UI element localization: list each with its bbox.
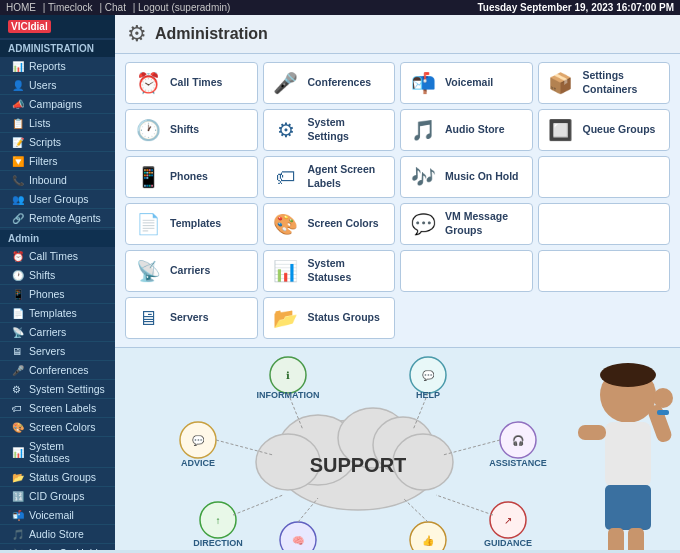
card-label: System Statuses [308, 257, 387, 284]
admin-card-settings-containers[interactable]: 📦Settings Containers [538, 62, 671, 104]
sidebar-header: VICIdial [0, 15, 115, 38]
svg-point-49 [653, 388, 673, 408]
admin-card-conferences[interactable]: 🎤Conferences [263, 62, 396, 104]
card-icon: 📬 [409, 71, 437, 95]
sidebar-admin-item-status-groups[interactable]: 📂Status Groups [0, 468, 115, 487]
sidebar-admin-item-system-settings[interactable]: ⚙System Settings [0, 380, 115, 399]
sidebar-admin-item-music-on-hold[interactable]: 🎶Music On Hold [0, 544, 115, 550]
sidebar-item-lists[interactable]: 📋Lists [0, 114, 115, 133]
admin-label: Shifts [29, 269, 55, 281]
svg-text:🧠: 🧠 [292, 534, 305, 547]
datetime-display: Tuesday September 19, 2023 16:07:00 PM [477, 2, 674, 13]
sidebar-admin-item-voicemail[interactable]: 📬Voicemail [0, 506, 115, 525]
sidebar-label: Users [29, 79, 56, 91]
card-icon: 🕐 [134, 118, 162, 142]
svg-point-40 [600, 363, 656, 387]
sidebar-item-user-groups[interactable]: 👥User Groups [0, 190, 115, 209]
sidebar-icon: 📊 [12, 61, 24, 72]
admin-card-audio-store[interactable]: 🎵Audio Store [400, 109, 533, 151]
admin-label: Audio Store [29, 528, 84, 540]
sidebar-admin-item-cid-groups[interactable]: 🔢CID Groups [0, 487, 115, 506]
card-icon: 📄 [134, 212, 162, 236]
card-icon: 🎶 [409, 165, 437, 189]
sidebar-admin-item-call-times[interactable]: ⏰Call Times [0, 247, 115, 266]
admin-card-grid: ⏰Call Times🎤Conferences📬Voicemail📦Settin… [115, 54, 680, 347]
sidebar-admin-item-conferences[interactable]: 🎤Conferences [0, 361, 115, 380]
sidebar-admin-item-servers[interactable]: 🖥Servers [0, 342, 115, 361]
sidebar-admin-item-phones[interactable]: 📱Phones [0, 285, 115, 304]
svg-line-38 [403, 498, 428, 522]
sidebar-label: Scripts [29, 136, 61, 148]
sidebar-item-reports[interactable]: 📊Reports [0, 57, 115, 76]
svg-text:ADVICE: ADVICE [180, 458, 214, 468]
admin-card-system-statuses[interactable]: 📊System Statuses [263, 250, 396, 292]
card-icon: 📦 [547, 71, 575, 95]
card-label: Settings Containers [583, 69, 662, 96]
admin-card-vm-message-groups[interactable]: 💬VM Message Groups [400, 203, 533, 245]
sidebar-admin-item-audio-store[interactable]: 🎵Audio Store [0, 525, 115, 544]
card-label: Screen Colors [308, 217, 379, 231]
admin-card-voicemail[interactable]: 📬Voicemail [400, 62, 533, 104]
sidebar-icon: 👥 [12, 194, 24, 205]
sidebar-admin-item-shifts[interactable]: 🕐Shifts [0, 266, 115, 285]
admin-card-music-on-hold[interactable]: 🎶Music On Hold [400, 156, 533, 198]
admin-card-carriers[interactable]: 📡Carriers [125, 250, 258, 292]
sidebar-icon: 👤 [12, 80, 24, 91]
admin-card-call-times[interactable]: ⏰Call Times [125, 62, 258, 104]
admin-label: System Statuses [29, 440, 107, 464]
sidebar-item-inbound[interactable]: 📞Inbound [0, 171, 115, 190]
admin-icon: 📄 [12, 308, 24, 319]
admin-header: ⚙ Administration [115, 15, 680, 54]
timeclock-link[interactable]: Timeclock [48, 2, 93, 13]
svg-line-36 [436, 495, 493, 515]
sidebar-item-scripts[interactable]: 📝Scripts [0, 133, 115, 152]
admin-card-screen-colors[interactable]: 🎨Screen Colors [263, 203, 396, 245]
svg-text:💬: 💬 [422, 369, 435, 382]
admin-icon: 📡 [12, 327, 24, 338]
admin-card-templates[interactable]: 📄Templates [125, 203, 258, 245]
sidebar-admin-section: Admin [0, 230, 115, 247]
admin-card-servers[interactable]: 🖥Servers [125, 297, 258, 339]
svg-text:ASSISTANCE: ASSISTANCE [489, 458, 546, 468]
home-link[interactable]: HOME [6, 2, 36, 13]
sidebar-item-remote-agents[interactable]: 🔗Remote Agents [0, 209, 115, 228]
admin-label: Phones [29, 288, 65, 300]
admin-label: Voicemail [29, 509, 74, 521]
sidebar-admin-item-carriers[interactable]: 📡Carriers [0, 323, 115, 342]
admin-card-status-groups[interactable]: 📂Status Groups [263, 297, 396, 339]
admin-label: Screen Colors [29, 421, 96, 433]
admin-icon: 🕐 [12, 270, 24, 281]
admin-icon: 📊 [12, 447, 24, 458]
admin-icon: 📱 [12, 289, 24, 300]
sidebar-label: Filters [29, 155, 58, 167]
logout-link[interactable]: Logout (superadmin) [138, 2, 230, 13]
admin-card-agent-screen-labels[interactable]: 🏷Agent Screen Labels [263, 156, 396, 198]
admin-icon: 📂 [12, 472, 24, 483]
admin-icon: ⚙ [12, 384, 24, 395]
sidebar-admin-item-screen-labels[interactable]: 🏷Screen Labels [0, 399, 115, 418]
admin-card-queue-groups[interactable]: 🔲Queue Groups [538, 109, 671, 151]
svg-text:👍: 👍 [422, 534, 435, 547]
sidebar-admin-item-screen-colors[interactable]: 🎨Screen Colors [0, 418, 115, 437]
svg-line-37 [298, 498, 318, 522]
chat-link[interactable]: Chat [105, 2, 126, 13]
card-icon: 🏷 [272, 166, 300, 189]
support-area: SUPPORT ℹ INFORMATION 💬 HELP 💬 ADVICE [115, 347, 680, 550]
card-label: Call Times [170, 76, 222, 90]
admin-label: System Settings [29, 383, 105, 395]
sidebar-item-users[interactable]: 👤Users [0, 76, 115, 95]
sidebar-admin-item-system-statuses[interactable]: 📊System Statuses [0, 437, 115, 468]
admin-card-system-settings[interactable]: ⚙System Settings [263, 109, 396, 151]
top-nav: HOME | Timeclock | Chat | Logout (supera… [6, 2, 234, 13]
admin-card-phones[interactable]: 📱Phones [125, 156, 258, 198]
svg-text:🎧: 🎧 [512, 434, 525, 447]
admin-card-shifts[interactable]: 🕐Shifts [125, 109, 258, 151]
sidebar-item-campaigns[interactable]: 📣Campaigns [0, 95, 115, 114]
sidebar-item-filters[interactable]: 🔽Filters [0, 152, 115, 171]
svg-text:↗: ↗ [504, 515, 512, 526]
sidebar-admin-item-templates[interactable]: 📄Templates [0, 304, 115, 323]
admin-label: Screen Labels [29, 402, 96, 414]
admin-icon: 🏷 [12, 403, 24, 414]
card-icon: 🖥 [134, 307, 162, 330]
support-svg: SUPPORT ℹ INFORMATION 💬 HELP 💬 ADVICE [118, 350, 678, 550]
